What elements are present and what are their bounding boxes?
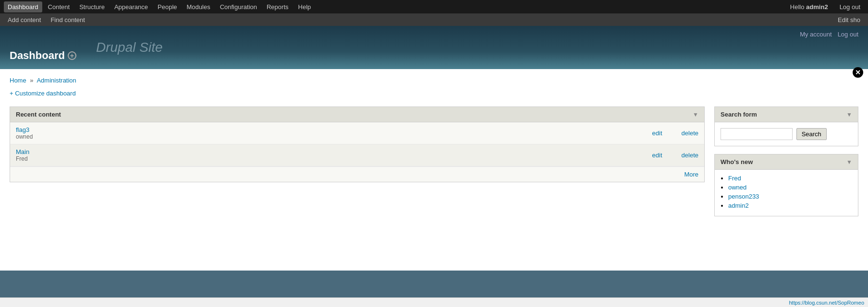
whos-new-title: Who's new ▼ [715, 154, 858, 170]
recent-content-title: Recent content ▼ [10, 107, 704, 122]
edit-link-1[interactable]: edit [652, 130, 662, 137]
user-admin2[interactable]: admin2 [728, 202, 749, 209]
list-item: penson233 [728, 193, 852, 200]
list-item: Fred [728, 175, 852, 182]
whos-new-list: Fred owned penson233 admin2 [715, 170, 858, 216]
nav-appearance[interactable]: Appearance [110, 1, 152, 12]
user-owned[interactable]: owned [728, 184, 746, 191]
whos-new-arrow[interactable]: ▼ [846, 159, 852, 165]
search-button[interactable]: Search [796, 128, 827, 140]
recent-content-body: flag3 owned edit delete Mai [10, 122, 704, 182]
whos-new-body: Fred owned penson233 admin2 [715, 170, 858, 216]
add-dashboard-icon[interactable]: + [68, 51, 76, 60]
hello-text: Hello admin2 [786, 1, 832, 12]
customize-plus-icon: + [10, 90, 13, 97]
content-title-2: Main [16, 148, 652, 155]
user-fred[interactable]: Fred [728, 175, 741, 182]
nav-people[interactable]: People [154, 1, 181, 12]
my-account-link[interactable]: My account [800, 31, 831, 38]
search-form-arrow[interactable]: ▼ [846, 111, 852, 118]
close-button[interactable]: ✕ [853, 67, 863, 78]
recent-content-block: Recent content ▼ flag3 owned edit [10, 106, 705, 182]
nav-dashboard[interactable]: Dashboard [4, 1, 42, 12]
content-actions-2: edit delete [652, 152, 698, 159]
secondary-bar-right: Edit sho [834, 16, 864, 24]
table-row: flag3 owned edit delete [10, 122, 704, 144]
edit-shortcut-link[interactable]: Edit sho [834, 14, 864, 25]
page-header: Dashboard + Drupal Site My account Log o… [0, 26, 868, 69]
more-link[interactable]: More [684, 171, 698, 178]
main-content: Home » Administration + Customize dashbo… [0, 69, 868, 271]
add-content-link[interactable]: Add content [4, 14, 45, 25]
admin-bar: Dashboard Content Structure Appearance P… [0, 0, 868, 13]
delete-link-2[interactable]: delete [682, 152, 698, 159]
customize-dashboard-section: + Customize dashboard [10, 90, 858, 97]
admin-bar-right: Hello admin2 Log out [786, 1, 864, 12]
breadcrumb-separator: » [30, 77, 33, 84]
nav-help[interactable]: Help [294, 1, 315, 12]
list-item: owned [728, 184, 852, 191]
recent-content-arrow[interactable]: ▼ [693, 111, 698, 118]
breadcrumb-home[interactable]: Home [10, 77, 26, 84]
secondary-bar: Add content Find content Edit sho [0, 13, 868, 26]
dashboard-title: Dashboard + [10, 49, 76, 62]
edit-link-2[interactable]: edit [652, 152, 662, 159]
more-row: More [10, 166, 704, 182]
header-user-links: My account Log out [800, 31, 858, 38]
search-form-title: Search form ▼ [715, 107, 858, 122]
content-title-1: flag3 [16, 126, 652, 133]
logout-link[interactable]: Log out [836, 1, 864, 12]
content-info-2: Main Fred [16, 148, 652, 162]
delete-link-1[interactable]: delete [682, 130, 698, 137]
user-penson233[interactable]: penson233 [728, 193, 759, 200]
nav-configuration[interactable]: Configuration [216, 1, 261, 12]
nav-modules[interactable]: Modules [183, 1, 214, 12]
site-name: Drupal Site [96, 40, 163, 55]
list-item: admin2 [728, 202, 852, 209]
left-column: Recent content ▼ flag3 owned edit [10, 106, 705, 190]
dashboard-title-text: Dashboard [10, 49, 65, 62]
find-content-link[interactable]: Find content [47, 14, 89, 25]
breadcrumb: Home » Administration [10, 77, 858, 84]
nav-structure[interactable]: Structure [75, 1, 109, 12]
nav-content[interactable]: Content [44, 1, 74, 12]
header-logout-link[interactable]: Log out [838, 31, 858, 38]
nav-reports[interactable]: Reports [263, 1, 293, 12]
breadcrumb-admin[interactable]: Administration [37, 77, 76, 84]
right-column: Search form ▼ Search Who's new ▼ Fred [714, 106, 858, 224]
whos-new-block: Who's new ▼ Fred owned penson233 admin2 [714, 154, 858, 216]
table-row: Main Fred edit delete [10, 144, 704, 166]
search-form-block: Search form ▼ Search [714, 106, 858, 146]
content-actions-1: edit delete [652, 130, 698, 137]
content-info-1: flag3 owned [16, 126, 652, 140]
customize-dashboard-link[interactable]: + Customize dashboard [10, 90, 76, 97]
content-author-1: owned [16, 133, 652, 140]
search-form-body: Search [715, 122, 858, 146]
search-input[interactable] [721, 128, 793, 140]
content-columns: Recent content ▼ flag3 owned edit [10, 106, 858, 224]
content-author-2: Fred [16, 155, 652, 162]
